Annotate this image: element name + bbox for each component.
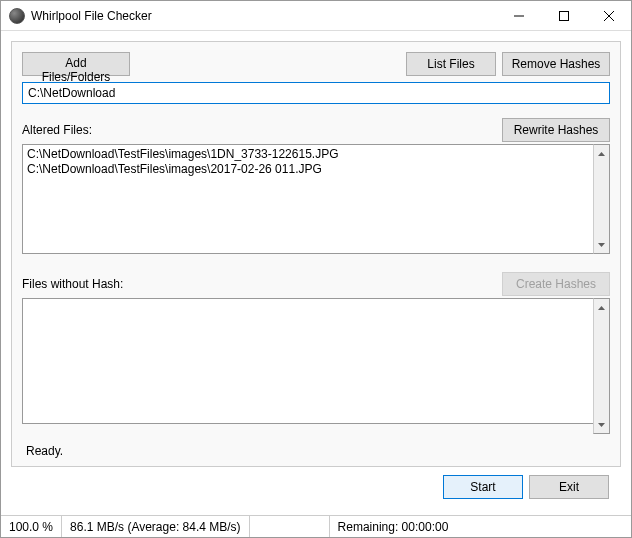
- top-button-row: Add Files/Folders List Files Remove Hash…: [22, 52, 610, 76]
- minimize-button[interactable]: [496, 1, 541, 30]
- altered-header: Altered Files: Rewrite Hashes: [22, 118, 610, 142]
- start-button[interactable]: Start: [443, 475, 523, 499]
- app-icon: [9, 8, 25, 24]
- svg-rect-1: [559, 11, 568, 20]
- bottom-buttons: Start Exit: [11, 467, 621, 505]
- status-text: Ready.: [22, 442, 610, 460]
- list-item[interactable]: C:\NetDownload\TestFiles\images\1DN_3733…: [27, 147, 589, 162]
- status-empty: [250, 516, 330, 537]
- list-files-button[interactable]: List Files: [406, 52, 496, 76]
- svg-marker-5: [598, 243, 605, 247]
- rewrite-hashes-button[interactable]: Rewrite Hashes: [502, 118, 610, 142]
- create-hashes-button[interactable]: Create Hashes: [502, 272, 610, 296]
- nohash-label: Files without Hash:: [22, 277, 502, 291]
- close-button[interactable]: [586, 1, 631, 30]
- nohash-header: Files without Hash: Create Hashes: [22, 272, 610, 296]
- scroll-up-icon[interactable]: [594, 145, 609, 162]
- nohash-scrollbar[interactable]: [593, 298, 610, 434]
- scroll-track[interactable]: [594, 316, 609, 416]
- svg-marker-4: [598, 152, 605, 156]
- titlebar: Whirlpool File Checker: [1, 1, 631, 31]
- svg-marker-7: [598, 423, 605, 427]
- status-progress: 100.0 %: [1, 516, 62, 537]
- altered-scrollbar[interactable]: [593, 144, 610, 254]
- status-speed: 86.1 MB/s (Average: 84.4 MB/s): [62, 516, 250, 537]
- client-area: SnapFiles Add Files/Folders List Files R…: [1, 31, 631, 515]
- maximize-button[interactable]: [541, 1, 586, 30]
- window-controls: [496, 1, 631, 30]
- remove-hashes-button[interactable]: Remove Hashes: [502, 52, 610, 76]
- scroll-up-icon[interactable]: [594, 299, 609, 316]
- nohash-files-listbox[interactable]: [22, 298, 593, 424]
- status-remaining: Remaining: 00:00:00: [330, 516, 457, 537]
- scroll-down-icon[interactable]: [594, 236, 609, 253]
- statusbar: 100.0 % 86.1 MB/s (Average: 84.4 MB/s) R…: [1, 515, 631, 537]
- nohash-listbox-wrap: [22, 298, 610, 434]
- altered-label: Altered Files:: [22, 123, 502, 137]
- altered-listbox-wrap: C:\NetDownload\TestFiles\images\1DN_3733…: [22, 144, 610, 254]
- list-item[interactable]: C:\NetDownload\TestFiles\images\2017-02-…: [27, 162, 589, 177]
- main-panel: SnapFiles Add Files/Folders List Files R…: [11, 41, 621, 467]
- scroll-down-icon[interactable]: [594, 416, 609, 433]
- altered-files-listbox[interactable]: C:\NetDownload\TestFiles\images\1DN_3733…: [22, 144, 593, 254]
- scroll-track[interactable]: [594, 162, 609, 236]
- exit-button[interactable]: Exit: [529, 475, 609, 499]
- path-input[interactable]: [22, 82, 610, 104]
- window-title: Whirlpool File Checker: [31, 9, 496, 23]
- add-files-button[interactable]: Add Files/Folders: [22, 52, 130, 76]
- svg-marker-6: [598, 306, 605, 310]
